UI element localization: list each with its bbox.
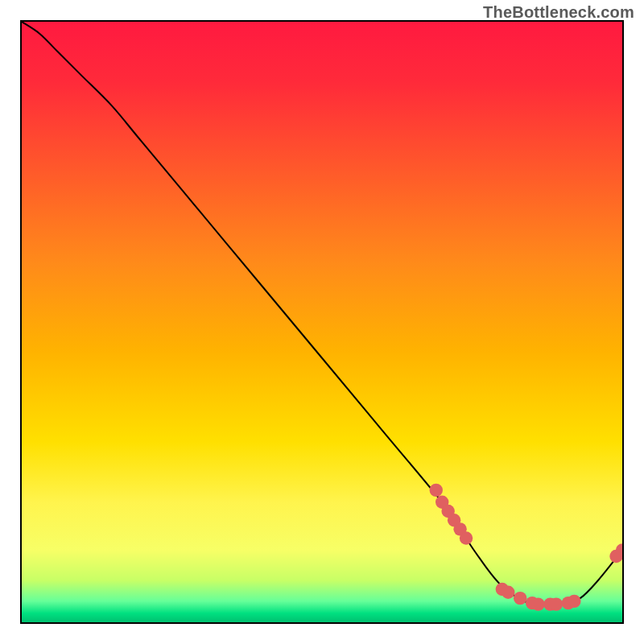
data-marker [514, 592, 526, 605]
chart-frame: TheBottleneck.com [0, 0, 644, 644]
watermark-text: TheBottleneck.com [483, 3, 634, 22]
data-marker [531, 597, 544, 610]
marker-group [430, 484, 622, 611]
curve-layer [22, 22, 622, 622]
data-marker [568, 595, 580, 608]
bottleneck-curve [22, 22, 622, 606]
data-marker [430, 484, 443, 497]
data-marker [460, 531, 473, 544]
data-marker [502, 585, 514, 598]
plot-area [20, 20, 624, 624]
data-marker [550, 597, 563, 610]
